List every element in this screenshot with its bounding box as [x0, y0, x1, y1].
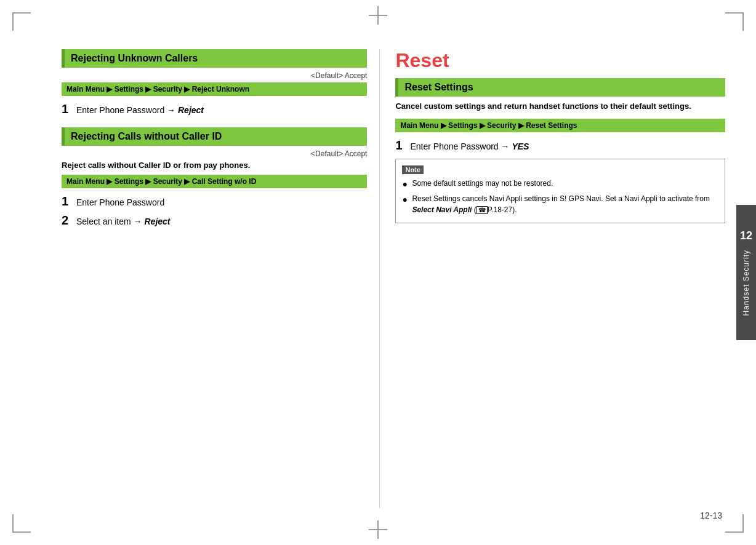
default-accept-caller-id: <Default> Accept	[62, 149, 367, 158]
step-number-1b: 1	[62, 194, 71, 209]
center-cross-bottom	[369, 520, 387, 539]
reset-title: Reset	[395, 49, 725, 72]
note-item-text-1: Some default settings may not be restore…	[412, 178, 553, 189]
corner-mark-bl	[12, 514, 31, 533]
tab-number: 12	[740, 229, 752, 242]
corner-mark-tl	[12, 12, 31, 31]
nav-breadcrumb-caller-id: Main Menu ▶ Settings ▶ Security ▶ Call S…	[62, 175, 367, 188]
tab-label: Handset Security	[742, 250, 750, 316]
main-content: Rejecting Unknown Callers <Default> Acce…	[62, 49, 725, 508]
step-text-1: Enter Phone Password → Reject	[76, 105, 204, 115]
step-2-caller-id: 2 Select an item → Reject	[62, 213, 367, 228]
step-1-caller-id: 1 Enter Phone Password	[62, 194, 367, 209]
step-text-reset-1: Enter Phone Password → YES	[410, 141, 529, 151]
nav-breadcrumb-reset: Main Menu ▶ Settings ▶ Security ▶ Reset …	[395, 119, 725, 132]
page-number: 12-13	[700, 511, 722, 520]
step-1-unknown: 1 Enter Phone Password → Reject	[62, 102, 367, 116]
desc-caller-id: Reject calls without Caller ID or from p…	[62, 161, 367, 170]
right-column: Reset Reset Settings Cancel custom setti…	[380, 49, 725, 508]
section-header-reject-unknown: Rejecting Unknown Callers	[62, 49, 367, 68]
section-header-caller-id: Rejecting Calls without Caller ID	[62, 127, 367, 146]
step-number-1: 1	[62, 102, 71, 116]
note-box: Note ● Some default settings may not be …	[395, 159, 725, 223]
step-number-2: 2	[62, 213, 71, 228]
section-header-reset: Reset Settings	[395, 78, 725, 97]
bullet-1: ●	[402, 178, 408, 191]
corner-mark-br	[725, 514, 744, 533]
section-reject-caller-id: Rejecting Calls without Caller ID <Defau…	[62, 127, 367, 228]
section-reset-settings: Reset Settings Cancel custom settings an…	[395, 78, 725, 223]
section-reject-unknown: Rejecting Unknown Callers <Default> Acce…	[62, 49, 367, 116]
step-text-2: Select an item → Reject	[76, 217, 171, 226]
note-item-1: ● Some default settings may not be resto…	[402, 178, 718, 191]
note-item-2: ● Reset Settings cancels Navi Appli sett…	[402, 193, 718, 215]
phone-icon: ☎	[477, 206, 488, 214]
step-text-1b: Enter Phone Password	[76, 197, 164, 207]
step-1-reset: 1 Enter Phone Password → YES	[395, 138, 725, 153]
note-item-text-2: Reset Settings cancels Navi Appli settin…	[412, 193, 718, 215]
reset-desc: Cancel custom settings and return handse…	[395, 100, 725, 113]
side-tab: 12 Handset Security	[736, 205, 756, 340]
step-number-reset-1: 1	[395, 138, 405, 153]
corner-mark-tr	[725, 12, 744, 31]
left-column: Rejecting Unknown Callers <Default> Acce…	[62, 49, 380, 508]
center-cross-top	[369, 6, 387, 25]
default-accept-unknown: <Default> Accept	[62, 71, 367, 80]
note-label: Note	[402, 165, 423, 174]
bullet-2: ●	[402, 193, 408, 206]
nav-breadcrumb-unknown: Main Menu ▶ Settings ▶ Security ▶ Reject…	[62, 82, 367, 96]
